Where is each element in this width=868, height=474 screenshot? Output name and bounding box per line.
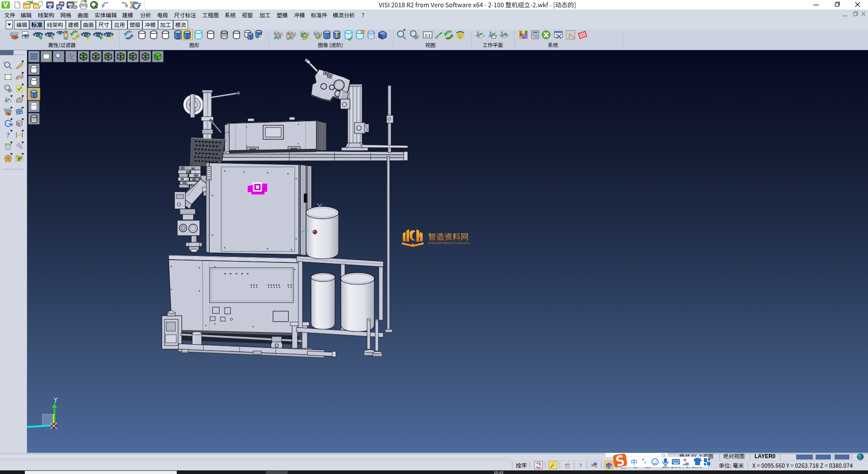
svg-text:°,: °, [642,457,646,464]
svg-text:1:1: 1:1 [425,33,431,38]
svg-text:?: ? [579,462,582,469]
svg-text:?: ? [6,131,10,139]
svg-text:LAYER0: LAYER0 [755,453,776,460]
svg-text:10:43: 10:43 [494,470,504,474]
